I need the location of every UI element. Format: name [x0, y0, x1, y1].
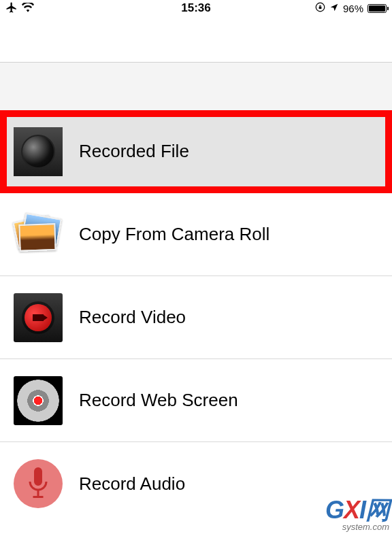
menu-list: Recorded File Copy From Camera Roll Reco…	[0, 63, 392, 525]
menu-item-label: Copy From Camera Roll	[79, 224, 270, 245]
watermark: GXI网 system.com	[325, 498, 389, 531]
status-right: 96%	[315, 2, 387, 14]
menu-item-recorded-file[interactable]: Recorded File	[0, 110, 392, 193]
status-left	[5, 1, 34, 16]
menu-item-copy-camera-roll[interactable]: Copy From Camera Roll	[0, 193, 392, 276]
menu-item-record-web-screen[interactable]: Record Web Screen	[0, 359, 392, 442]
status-bar: 15:36 96%	[0, 0, 392, 16]
record-video-icon	[14, 293, 63, 342]
watermark-i: I	[359, 496, 365, 524]
wifi-icon	[22, 3, 34, 14]
menu-item-label: Record Audio	[79, 473, 185, 495]
rotation-lock-icon	[315, 2, 325, 14]
camera-roll-icon	[14, 210, 63, 259]
battery-icon	[368, 4, 387, 13]
record-web-screen-icon	[14, 376, 63, 425]
status-time: 15:36	[181, 1, 210, 15]
list-spacer	[0, 63, 392, 110]
battery-percent: 96%	[343, 3, 363, 14]
location-icon	[329, 3, 339, 14]
watermark-g: G	[325, 496, 344, 524]
recorded-file-icon	[14, 127, 63, 176]
navigation-bar	[0, 16, 392, 63]
airplane-mode-icon	[5, 1, 18, 16]
menu-item-label: Record Web Screen	[79, 390, 238, 411]
menu-item-label: Record Video	[79, 307, 186, 328]
watermark-net: 网	[365, 496, 389, 524]
menu-item-label: Recorded File	[79, 141, 189, 162]
watermark-x: X	[344, 496, 359, 524]
record-audio-icon	[14, 459, 63, 508]
menu-item-record-video[interactable]: Record Video	[0, 276, 392, 359]
